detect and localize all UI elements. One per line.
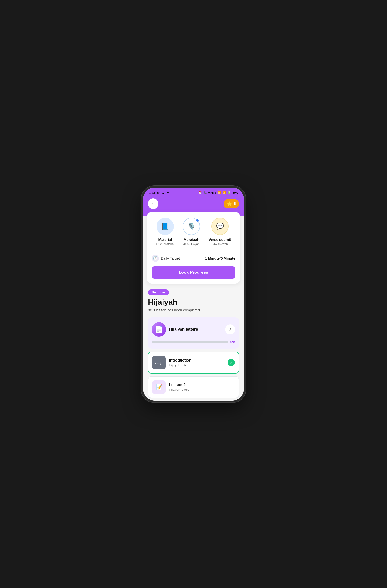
phone-frame: 1:23 ⊙ ▲ M ⏰ 📞 0 KB/s 📶 📶 🔋 80% ← ⭐ 6 [143, 188, 244, 400]
daily-target-label: Daily Target [161, 256, 180, 260]
beginner-badge: Beginner [148, 289, 169, 295]
battery-percent: 80% [232, 191, 238, 194]
daily-target-value: 1 Minute/0 Minute [205, 256, 235, 260]
lesson-item-2-image: 📝 [152, 380, 166, 394]
look-progress-button[interactable]: Look Progress [152, 266, 235, 279]
mic-icon: 🎙️ [188, 223, 195, 230]
lesson-item-2-text: Lesson 2 Hijaiyah letters [169, 383, 235, 391]
section-collapse-button[interactable]: ∧ [225, 324, 235, 335]
murajaah-label: Murajaah [183, 237, 199, 241]
stat-item-material: 📘 Material 0/125 Material [156, 218, 174, 246]
main-content: Beginner Hijaiyah 0/40 lesson has been c… [143, 284, 244, 398]
section-left: 📄 Hijaiyah letters [152, 322, 198, 337]
book-pages-icon: 📄 [155, 325, 163, 333]
alarm-icon: ⏰ [198, 191, 202, 194]
daily-target-left: 🕐 Daily Target [152, 255, 180, 262]
chevron-up-icon: ∧ [229, 327, 232, 332]
section-image: 📄 [152, 322, 166, 337]
signal-icon: 📶 [222, 191, 226, 194]
stats-card: 📘 Material 0/125 Material 🎙️ Murajaah 4/… [147, 212, 240, 284]
stars-count: 6 [233, 202, 236, 206]
progress-bar-bg [152, 341, 228, 343]
lesson-item-2-sub: Hijaiyah letters [169, 388, 235, 391]
time-display: 1:23 [149, 191, 155, 195]
back-button[interactable]: ← [148, 198, 158, 209]
lesson-item-image: ع ب [152, 356, 166, 369]
daily-target-row: 🕐 Daily Target 1 Minute/0 Minute [152, 255, 235, 262]
material-sub: 0/125 Material [156, 242, 174, 246]
section-name: Hijaiyah letters [169, 327, 198, 332]
lesson-item-sub: Hijaiyah letters [169, 363, 224, 367]
star-icon: ⭐ [227, 201, 232, 206]
arabic-letters-icon: ع ب [155, 360, 163, 365]
call-icon: 📞 [203, 191, 207, 194]
verse-label: Verse submit [209, 237, 231, 241]
material-icon-circle: 📘 [156, 218, 174, 235]
clock-icon-wrap: 🕐 [152, 255, 159, 262]
chat-icon: 💬 [216, 223, 224, 230]
card-divider [152, 251, 235, 251]
lesson-progress-text: 0/40 lesson has been completed [148, 308, 239, 312]
stars-badge: ⭐ 6 [224, 199, 239, 208]
lesson-item-name: Introduction [169, 358, 224, 363]
lesson-complete-check: ✓ [228, 359, 235, 366]
whatsapp-icon: ⊙ [157, 191, 160, 195]
lesson-2-icon: 📝 [156, 384, 162, 390]
lesson-item-text: Introduction Hijaiyah letters [169, 358, 224, 367]
lesson-item-2-name: Lesson 2 [169, 383, 235, 387]
gmail-icon: M [167, 191, 169, 195]
verse-icon-circle: 💬 [211, 218, 229, 235]
murajaah-sub: 4/1571 Ayah [183, 242, 199, 246]
back-arrow-icon: ← [151, 201, 155, 206]
progress-bar-wrap: 0% [152, 340, 235, 344]
wifi-icon: 📶 [217, 191, 221, 194]
lesson-item-introduction[interactable]: ع ب Introduction Hijaiyah letters ✓ [148, 352, 239, 374]
section-header: 📄 Hijaiyah letters ∧ [152, 322, 235, 337]
battery-icon: 🔋 [227, 191, 231, 194]
book-icon: 📘 [161, 222, 169, 230]
lesson-title: Hijaiyah [148, 298, 239, 307]
check-icon: ✓ [230, 360, 233, 365]
status-left: 1:23 ⊙ ▲ M [149, 191, 169, 195]
stat-item-murajaah: 🎙️ Murajaah 4/1571 Ayah [183, 218, 200, 246]
verse-sub: 0/6236 Ayah [212, 242, 228, 246]
material-label: Material [158, 237, 172, 241]
alert-icon: ▲ [162, 191, 165, 195]
lesson-item-2[interactable]: 📝 Lesson 2 Hijaiyah letters [148, 376, 239, 398]
mic-dot [196, 219, 198, 222]
data-speed-label: 0 KB/s [208, 191, 216, 194]
progress-percent: 0% [231, 340, 235, 344]
stats-row: 📘 Material 0/125 Material 🎙️ Murajaah 4/… [152, 218, 235, 246]
status-right: ⏰ 📞 0 KB/s 📶 📶 🔋 80% [198, 191, 238, 194]
hijaiyah-letters-section: 📄 Hijaiyah letters ∧ 0% [148, 317, 239, 349]
stat-item-verse: 💬 Verse submit 0/6236 Ayah [209, 218, 231, 246]
murajaah-icon-circle: 🎙️ [183, 218, 200, 235]
status-bar: 1:23 ⊙ ▲ M ⏰ 📞 0 KB/s 📶 📶 🔋 80% [143, 188, 244, 197]
clock-icon: 🕐 [153, 256, 158, 260]
